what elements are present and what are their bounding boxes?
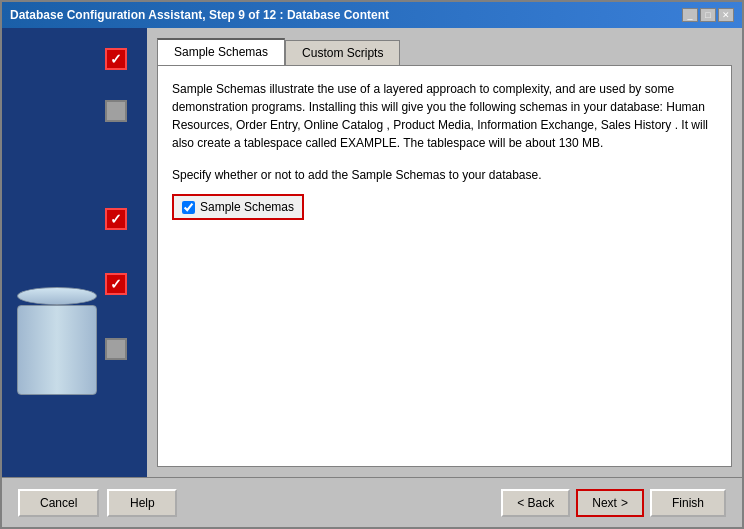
step-indicator-2 xyxy=(105,100,137,122)
bottom-right-buttons: < Back Next > Finish xyxy=(501,489,726,517)
maximize-button[interactable]: □ xyxy=(700,8,716,22)
right-panel: Sample Schemas Custom Scripts Sample Sch… xyxy=(147,28,742,477)
bottom-bar: Cancel Help < Back Next > Finish xyxy=(2,477,742,527)
checkbox-label: Sample Schemas xyxy=(200,200,294,214)
gray-check-icon-2 xyxy=(105,338,127,360)
sample-schemas-checkbox[interactable] xyxy=(182,201,195,214)
next-label: Next xyxy=(592,496,617,510)
sample-schemas-checkbox-container[interactable]: Sample Schemas xyxy=(172,194,304,220)
left-panel: ✓ ✓ ✓ xyxy=(2,28,147,477)
gray-check-icon-1 xyxy=(105,100,127,122)
tabs-container: Sample Schemas Custom Scripts xyxy=(157,38,732,65)
minimize-button[interactable]: _ xyxy=(682,8,698,22)
title-bar-buttons: _ □ ✕ xyxy=(682,8,734,22)
cancel-button[interactable]: Cancel xyxy=(18,489,99,517)
specify-text: Specify whether or not to add the Sample… xyxy=(172,168,717,182)
red-check-icon-1: ✓ xyxy=(105,48,127,70)
left-panel-items: ✓ xyxy=(12,48,137,122)
close-button[interactable]: ✕ xyxy=(718,8,734,22)
next-button[interactable]: Next > xyxy=(576,489,644,517)
cylinder-top xyxy=(17,287,97,305)
help-button[interactable]: Help xyxy=(107,489,177,517)
bottom-left-buttons: Cancel Help xyxy=(18,489,177,517)
step-indicator-4: ✓ xyxy=(105,273,127,295)
content-area: Sample Schemas illustrate the use of a l… xyxy=(157,65,732,467)
window-body: ✓ ✓ ✓ Sam xyxy=(2,28,742,477)
finish-button[interactable]: Finish xyxy=(650,489,726,517)
cylinder-body xyxy=(17,305,97,395)
tab-custom-scripts[interactable]: Custom Scripts xyxy=(285,40,400,65)
back-button[interactable]: < Back xyxy=(501,489,570,517)
red-check-icon-2: ✓ xyxy=(105,208,127,230)
title-bar-text: Database Configuration Assistant, Step 9… xyxy=(10,8,389,22)
title-bar: Database Configuration Assistant, Step 9… xyxy=(2,2,742,28)
database-cylinder xyxy=(12,287,102,397)
red-check-icon-3: ✓ xyxy=(105,273,127,295)
step-indicator-3: ✓ xyxy=(105,208,127,230)
next-arrow: > xyxy=(621,496,628,510)
tab-sample-schemas[interactable]: Sample Schemas xyxy=(157,38,285,65)
main-window: Database Configuration Assistant, Step 9… xyxy=(0,0,744,529)
description-text: Sample Schemas illustrate the use of a l… xyxy=(172,80,717,152)
step-indicator-1: ✓ xyxy=(105,48,137,70)
step-indicator-5 xyxy=(105,338,127,360)
